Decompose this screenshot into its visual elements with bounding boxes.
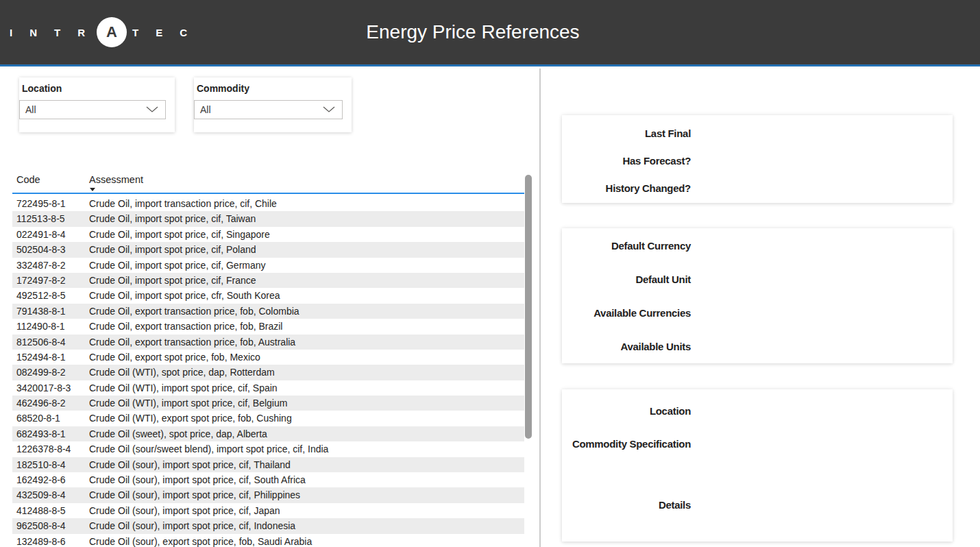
table-row[interactable]: 172497-8-2Crude Oil, import spot price, …	[12, 273, 524, 288]
field-label: Default Unit	[562, 274, 691, 285]
assessment-cell: Crude Oil, import transaction price, cif…	[89, 196, 524, 211]
code-cell: 68520-8-1	[12, 411, 89, 426]
code-cell: 112513-8-5	[12, 211, 89, 226]
field-label: Location	[562, 405, 691, 417]
logo-letters-pre: INTR	[10, 27, 102, 38]
assessment-cell: Crude Oil (WTI), import spot price, cif,…	[89, 396, 524, 411]
table-row[interactable]: 462496-8-2Crude Oil (WTI), import spot p…	[12, 396, 524, 411]
field-label: Has Forecast?	[562, 155, 691, 167]
table-row[interactable]: 022491-8-4Crude Oil, import spot price, …	[12, 227, 524, 242]
logo-letters-post: TEC	[132, 27, 204, 38]
table-row[interactable]: 791438-8-1Crude Oil, export transaction …	[12, 304, 524, 319]
table-scrollbar-thumb[interactable]	[525, 175, 532, 439]
assessment-cell: Crude Oil (sour), import spot price, cif…	[89, 518, 524, 533]
assessment-cell: Crude Oil, import spot price, cif, Singa…	[89, 227, 524, 242]
column-header-code[interactable]: Code	[16, 174, 40, 185]
code-cell: 022491-8-4	[12, 227, 89, 242]
code-cell: 162492-8-6	[12, 472, 89, 487]
table-row[interactable]: 502504-8-3Crude Oil, import spot price, …	[12, 242, 524, 257]
table-row[interactable]: 812506-8-4Crude Oil, export transaction …	[12, 335, 524, 350]
assessment-cell: Crude Oil, import spot price, cif, Taiwa…	[89, 211, 524, 226]
field-label: Commodity Specification	[562, 438, 691, 450]
code-cell: 172497-8-2	[12, 273, 89, 288]
location-filter-card: Location All	[19, 77, 175, 132]
code-cell: 502504-8-3	[12, 242, 89, 257]
location-dropdown[interactable]: All	[19, 100, 166, 119]
column-header-assessment[interactable]: Assessment	[89, 174, 143, 185]
field-row: Available Units	[562, 330, 953, 363]
table-row[interactable]: 112490-8-1Crude Oil, export transaction …	[12, 319, 524, 334]
assessment-cell: Crude Oil, import spot price, cif, Polan…	[89, 242, 524, 257]
field-label: Available Units	[562, 341, 691, 352]
field-row: Available Currencies	[562, 296, 953, 330]
table-header: Code Assessment	[12, 171, 524, 194]
table-row[interactable]: 412488-8-5Crude Oil (sour), import spot …	[12, 503, 524, 518]
location-dropdown-value: All	[25, 104, 36, 115]
assessment-cell: Crude Oil (sour), import spot price, cif…	[89, 487, 524, 502]
intratec-logo: INTR A TEC	[10, 17, 204, 47]
assessment-cell: Crude Oil, import spot price, cif, Germa…	[89, 258, 524, 273]
code-cell: 462496-8-2	[12, 396, 89, 411]
code-cell: 182510-8-4	[12, 457, 89, 472]
field-row: Has Forecast?	[562, 147, 953, 174]
table-row[interactable]: 722495-8-1Crude Oil, import transaction …	[12, 196, 524, 211]
field-label: Last Final	[562, 127, 691, 139]
page-title: Energy Price References	[366, 21, 579, 43]
field-row: Location	[562, 394, 953, 427]
status-detail-card: Last FinalHas Forecast?History Changed?	[562, 115, 953, 203]
table-row[interactable]: 432509-8-4Crude Oil (sour), import spot …	[12, 487, 524, 502]
code-cell: 492512-8-5	[12, 288, 89, 303]
assessment-cell: Crude Oil (sour), import spot price, cif…	[89, 503, 524, 518]
assessment-cell: Crude Oil, export spot price, fob, Mexic…	[89, 350, 524, 365]
field-row: Default Currency	[562, 229, 953, 263]
table-row[interactable]: 3420017-8-3Crude Oil (WTI), import spot …	[12, 380, 524, 396]
assessment-cell: Crude Oil, import spot price, cfr, South…	[89, 288, 524, 303]
sort-descending-icon	[90, 188, 95, 191]
table-row[interactable]: 492512-8-5Crude Oil, import spot price, …	[12, 288, 524, 303]
table-row[interactable]: 112513-8-5Crude Oil, import spot price, …	[12, 211, 524, 226]
logo-circle-a: A	[97, 17, 127, 47]
assessment-cell: Crude Oil, import spot price, cif, Franc…	[89, 273, 524, 288]
field-label: Available Currencies	[562, 307, 691, 319]
table-row[interactable]: 962508-8-4Crude Oil (sour), import spot …	[12, 518, 524, 533]
vertical-divider	[539, 69, 541, 547]
location-filter-label: Location	[21, 83, 175, 94]
app-header: INTR A TEC Energy Price References	[0, 0, 980, 66]
field-row: Details	[562, 488, 953, 521]
table-row[interactable]: 162492-8-6Crude Oil (sour), import spot …	[12, 472, 524, 487]
field-row: History Changed?	[562, 174, 953, 202]
field-label: History Changed?	[562, 182, 691, 194]
code-cell: 682493-8-1	[12, 426, 89, 441]
commodity-dropdown[interactable]: All	[194, 100, 343, 119]
assessment-cell: Crude Oil, export transaction price, fob…	[89, 319, 524, 334]
code-cell: 412488-8-5	[12, 503, 89, 518]
main-area: Location All Commodity All Code Assessme…	[0, 69, 980, 547]
table-row[interactable]: 682493-8-1Crude Oil (sweet), spot price,…	[12, 426, 524, 441]
code-cell: 112490-8-1	[12, 319, 89, 334]
table-row[interactable]: 152494-8-1Crude Oil, export spot price, …	[12, 350, 524, 365]
assessment-cell: Crude Oil, export transaction price, fob…	[89, 304, 524, 319]
chevron-down-icon	[323, 104, 335, 116]
table-row[interactable]: 1226378-8-4Crude Oil (sour/sweet blend),…	[12, 441, 524, 457]
assessment-cell: Crude Oil (WTI), import spot price, cif,…	[89, 380, 524, 396]
field-row: Default Unit	[562, 263, 953, 296]
table-row[interactable]: 68520-8-1Crude Oil (WTI), export spot pr…	[12, 411, 524, 426]
table-row[interactable]: 082499-8-2Crude Oil (WTI), spot price, d…	[12, 365, 524, 380]
assessment-cell: Crude Oil (sour), import spot price, cif…	[89, 457, 524, 472]
location-spec-detail-card: LocationCommodity SpecificationDetails	[562, 389, 953, 542]
field-label: Default Currency	[562, 240, 691, 252]
table-body: 722495-8-1Crude Oil, import transaction …	[12, 196, 524, 547]
commodity-filter-label: Commodity	[196, 83, 352, 94]
assessment-cell: Crude Oil (sour), export spot price, fob…	[89, 534, 524, 547]
code-cell: 432509-8-4	[12, 487, 89, 502]
assessment-cell: Crude Oil (WTI), export spot price, fob,…	[89, 411, 524, 426]
code-cell: 722495-8-1	[12, 196, 89, 211]
table-row[interactable]: 132489-8-6Crude Oil (sour), export spot …	[12, 534, 524, 547]
table-row[interactable]: 332487-8-2Crude Oil, import spot price, …	[12, 258, 524, 273]
commodity-dropdown-value: All	[200, 104, 211, 115]
table-row[interactable]: 182510-8-4Crude Oil (sour), import spot …	[12, 457, 524, 472]
assessment-cell: Crude Oil, export transaction price, fob…	[89, 335, 524, 350]
code-cell: 3420017-8-3	[12, 380, 89, 396]
assessment-cell: Crude Oil (WTI), spot price, dap, Rotter…	[89, 365, 524, 380]
assessment-cell: Crude Oil (sour/sweet blend), import spo…	[89, 441, 524, 457]
